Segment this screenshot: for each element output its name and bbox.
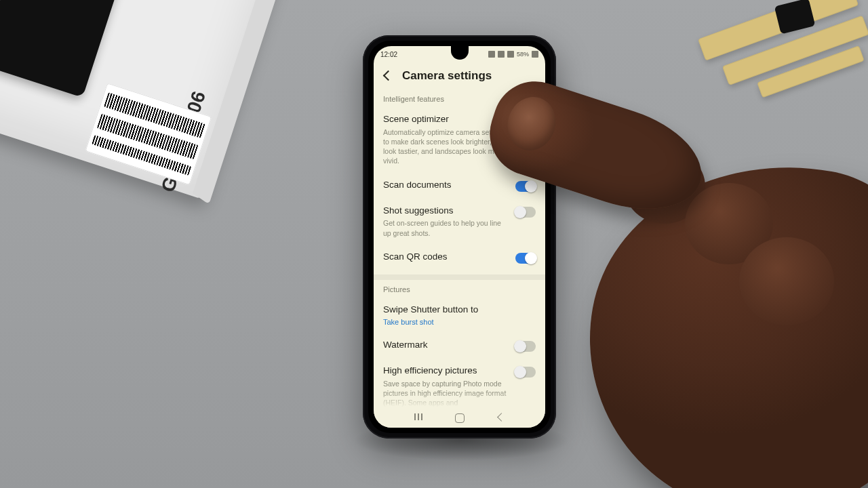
settings-content[interactable]: Intelligent features Scene optimizer Aut… — [374, 88, 545, 414]
signal-icon — [498, 51, 505, 58]
wifi-icon — [488, 51, 495, 58]
row-description: Save space by capturing Photo mode pictu… — [383, 379, 509, 408]
status-battery-text: 58% — [517, 51, 529, 58]
page-header: Camera settings — [374, 62, 545, 88]
row-scan-qr[interactable]: Scan QR codes — [382, 245, 537, 270]
row-swipe-shutter[interactable]: Swipe Shutter button to Take burst shot — [382, 298, 537, 333]
row-value: Take burst shot — [383, 318, 536, 326]
toggle-shot-suggestions[interactable] — [515, 207, 536, 218]
row-title: High efficiency pictures — [383, 365, 509, 377]
section-label-pictures: Pictures — [382, 284, 537, 298]
phone-screen: 12:02 58% Camera settings Intelligent fe… — [374, 46, 545, 428]
toggle-scan-qr[interactable] — [515, 253, 536, 264]
row-watermark[interactable]: Watermark — [382, 333, 537, 359]
toggle-scan-documents[interactable] — [515, 181, 536, 192]
row-shot-suggestions[interactable]: Shot suggestions Get on-screen guides to… — [382, 199, 537, 245]
nav-back-button[interactable] — [494, 411, 507, 424]
status-right-cluster: 58% — [488, 51, 538, 58]
toggle-heif[interactable] — [515, 367, 536, 378]
battery-icon — [532, 51, 538, 58]
black-clip — [774, 0, 816, 34]
nav-recent-button[interactable] — [412, 411, 425, 424]
back-button[interactable] — [382, 70, 393, 81]
row-description: Get on-screen guides to help you line up… — [383, 218, 509, 237]
row-title: Swipe Shutter button to — [383, 304, 536, 316]
row-title: Scan QR codes — [383, 251, 509, 263]
row-title: Scene optimizer — [383, 114, 509, 125]
row-scene-optimizer[interactable]: Scene optimizer Automatically optimize c… — [382, 107, 537, 173]
row-description: Automatically optimize camera settings t… — [383, 127, 509, 166]
section-label-intelligent: Intelligent features — [382, 88, 537, 107]
toggle-scene-optimizer[interactable] — [515, 115, 536, 126]
nav-home-button[interactable] — [453, 411, 465, 424]
status-time: 12:02 — [380, 51, 397, 58]
row-heif[interactable]: High efficiency pictures Save space by c… — [382, 359, 537, 414]
row-title: Scan documents — [383, 180, 509, 191]
scene: SAMSUNG Galaxy A06 12:02 58% — [0, 0, 868, 488]
phone-device: 12:02 58% Camera settings Intelligent fe… — [363, 35, 556, 439]
row-title: Shot suggestions — [383, 205, 509, 217]
page-title: Camera settings — [402, 69, 492, 83]
toggle-watermark[interactable] — [515, 341, 536, 352]
section-divider — [374, 274, 545, 280]
android-nav-bar — [374, 407, 545, 428]
row-title: Watermark — [383, 340, 509, 351]
signal-icon — [507, 51, 514, 58]
row-scan-documents[interactable]: Scan documents — [382, 173, 537, 199]
